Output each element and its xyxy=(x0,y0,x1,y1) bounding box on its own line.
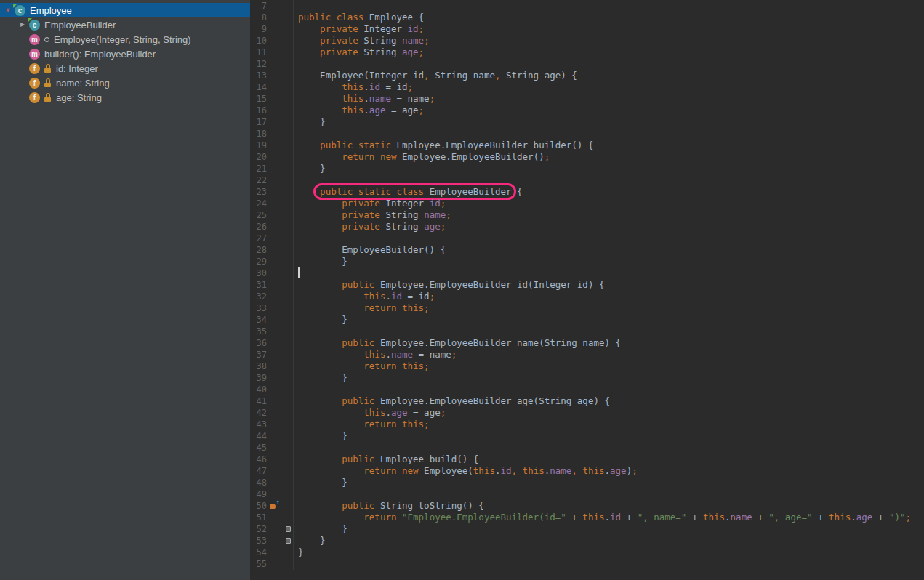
editor-line-32[interactable]: 32 this.id = id; xyxy=(250,291,924,302)
line-number[interactable]: 36 xyxy=(250,337,267,349)
overrides-method-icon[interactable]: ↑ xyxy=(270,502,279,510)
line-number[interactable]: 34 xyxy=(250,314,267,326)
editor-line-13[interactable]: 13 Employee(Integer id, String name, Str… xyxy=(250,70,924,81)
editor-line-40[interactable]: 40 xyxy=(250,384,924,395)
fold-marker-icon[interactable] xyxy=(286,526,291,532)
line-number[interactable]: 10 xyxy=(250,35,267,47)
editor-line-24[interactable]: 24 private Integer id; xyxy=(250,198,924,209)
line-number[interactable]: 38 xyxy=(250,361,267,372)
structure-item-constructor[interactable]: mEmployee(Integer, String, String) xyxy=(0,32,250,47)
editor-line-9[interactable]: 9 private Integer id; xyxy=(250,23,924,35)
line-number[interactable]: 45 xyxy=(250,442,267,454)
fold-marker-icon[interactable] xyxy=(286,538,291,544)
editor-line-7[interactable]: 7 xyxy=(250,0,924,12)
line-number[interactable]: 7 xyxy=(250,0,267,12)
line-number[interactable]: 8 xyxy=(250,12,267,23)
code-editor[interactable]: 78public class Employee {9 private Integ… xyxy=(250,0,924,580)
editor-line-31[interactable]: 31 public Employee.EmployeeBuilder id(In… xyxy=(250,279,924,291)
structure-item-field-age[interactable]: fage: String xyxy=(0,90,250,105)
editor-line-14[interactable]: 14 this.id = id; xyxy=(250,81,924,93)
editor-line-48[interactable]: 48 } xyxy=(250,477,924,488)
line-number[interactable]: 14 xyxy=(250,81,267,93)
line-number[interactable]: 35 xyxy=(250,326,267,337)
editor-line-35[interactable]: 35 xyxy=(250,326,924,337)
editor-line-44[interactable]: 44 } xyxy=(250,430,924,442)
line-number[interactable]: 33 xyxy=(250,302,267,314)
editor-line-26[interactable]: 26 private String age; xyxy=(250,221,924,233)
line-number[interactable]: 54 xyxy=(250,547,267,558)
line-number[interactable]: 43 xyxy=(250,419,267,430)
editor-line-47[interactable]: 47 return new Employee(this.id, this.nam… xyxy=(250,465,924,477)
line-number[interactable]: 32 xyxy=(250,291,267,302)
editor-line-11[interactable]: 11 private String age; xyxy=(250,47,924,58)
editor-line-30[interactable]: 30 xyxy=(250,267,924,279)
editor-line-20[interactable]: 20 return new Employee.EmployeeBuilder()… xyxy=(250,151,924,163)
line-number[interactable]: 42 xyxy=(250,407,267,419)
editor-line-42[interactable]: 42 this.age = age; xyxy=(250,407,924,419)
editor-line-27[interactable]: 27 xyxy=(250,233,924,244)
editor-line-53[interactable]: 53 } xyxy=(250,535,924,547)
editor-line-25[interactable]: 25 private String name; xyxy=(250,209,924,221)
line-number[interactable]: 15 xyxy=(250,93,267,105)
line-number[interactable]: 50 xyxy=(250,500,267,512)
editor-line-23[interactable]: 23 public static class EmployeeBuilder { xyxy=(250,186,924,198)
editor-line-50[interactable]: 50↑ public String toString() { xyxy=(250,500,924,512)
editor-line-39[interactable]: 39 } xyxy=(250,372,924,384)
line-number[interactable]: 47 xyxy=(250,465,267,477)
editor-line-22[interactable]: 22 xyxy=(250,174,924,186)
editor-line-55[interactable]: 55 xyxy=(250,558,924,570)
structure-item-field-name[interactable]: fname: String xyxy=(0,76,250,90)
line-number[interactable]: 19 xyxy=(250,140,267,151)
line-number[interactable]: 51 xyxy=(250,512,267,523)
structure-item-employee-builder[interactable]: ▶cEmployeeBuilder xyxy=(0,17,250,32)
editor-line-21[interactable]: 21 } xyxy=(250,163,924,174)
line-number[interactable]: 41 xyxy=(250,395,267,407)
editor-line-33[interactable]: 33 return this; xyxy=(250,302,924,314)
line-number[interactable]: 48 xyxy=(250,477,267,488)
editor-line-46[interactable]: 46 public Employee build() { xyxy=(250,454,924,465)
line-number[interactable]: 29 xyxy=(250,256,267,267)
line-number[interactable]: 55 xyxy=(250,558,267,570)
line-number[interactable]: 53 xyxy=(250,535,267,547)
line-number[interactable]: 9 xyxy=(250,23,267,35)
structure-item-builder-method[interactable]: mbuilder(): EmployeeBuilder xyxy=(0,47,250,61)
line-number[interactable]: 27 xyxy=(250,233,267,244)
editor-line-52[interactable]: 52 } xyxy=(250,523,924,535)
line-number[interactable]: 25 xyxy=(250,209,267,221)
line-number[interactable]: 30 xyxy=(250,267,267,279)
line-number[interactable]: 11 xyxy=(250,47,267,58)
editor-line-34[interactable]: 34 } xyxy=(250,314,924,326)
structure-item-field-id[interactable]: fid: Integer xyxy=(0,61,250,76)
line-number[interactable]: 22 xyxy=(250,174,267,186)
line-number[interactable]: 21 xyxy=(250,163,267,174)
structure-item-employee[interactable]: ▼cEmployee xyxy=(0,3,250,17)
editor-line-19[interactable]: 19 public static Employee.EmployeeBuilde… xyxy=(250,140,924,151)
editor-line-18[interactable]: 18 xyxy=(250,128,924,140)
editor-line-51[interactable]: 51 return "Employee.EmployeeBuilder(id="… xyxy=(250,512,924,523)
line-number[interactable]: 49 xyxy=(250,488,267,500)
line-number[interactable]: 20 xyxy=(250,151,267,163)
editor-line-38[interactable]: 38 return this; xyxy=(250,361,924,372)
line-number[interactable]: 37 xyxy=(250,349,267,361)
line-number[interactable]: 44 xyxy=(250,430,267,442)
line-number[interactable]: 39 xyxy=(250,372,267,384)
line-number[interactable]: 16 xyxy=(250,105,267,116)
line-number[interactable]: 24 xyxy=(250,198,267,209)
editor-line-12[interactable]: 12 xyxy=(250,58,924,70)
line-number[interactable]: 13 xyxy=(250,70,267,81)
line-number[interactable]: 18 xyxy=(250,128,267,140)
line-number[interactable]: 26 xyxy=(250,221,267,233)
line-number[interactable]: 17 xyxy=(250,116,267,128)
line-number[interactable]: 31 xyxy=(250,279,267,291)
editor-line-8[interactable]: 8public class Employee { xyxy=(250,12,924,23)
editor-line-49[interactable]: 49 xyxy=(250,488,924,500)
line-number[interactable]: 28 xyxy=(250,244,267,256)
editor-line-37[interactable]: 37 this.name = name; xyxy=(250,349,924,361)
editor-line-43[interactable]: 43 return this; xyxy=(250,419,924,430)
editor-line-10[interactable]: 10 private String name; xyxy=(250,35,924,47)
editor-line-36[interactable]: 36 public Employee.EmployeeBuilder name(… xyxy=(250,337,924,349)
editor-line-45[interactable]: 45 xyxy=(250,442,924,454)
editor-line-28[interactable]: 28 EmployeeBuilder() { xyxy=(250,244,924,256)
editor-line-15[interactable]: 15 this.name = name; xyxy=(250,93,924,105)
editor-line-29[interactable]: 29 } xyxy=(250,256,924,267)
